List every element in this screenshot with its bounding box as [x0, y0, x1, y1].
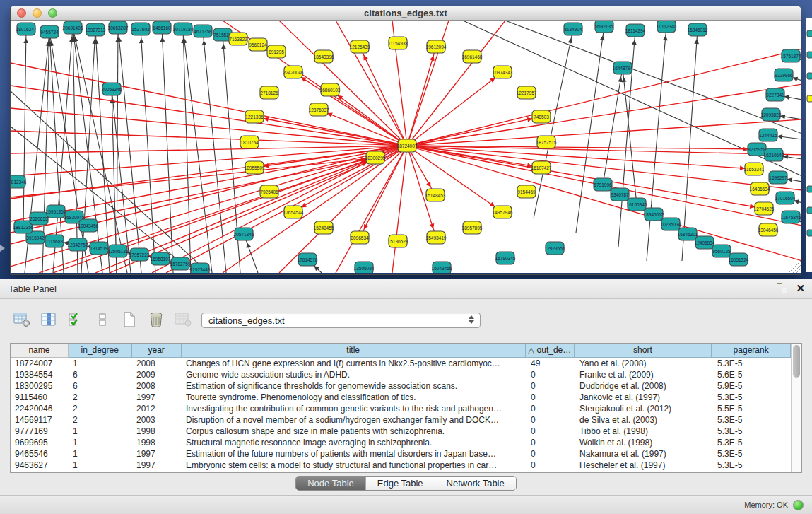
- citation-network-graph[interactable]: 1801624794557242069140610927313106532871…: [11, 21, 801, 273]
- table-vertical-scrollbar[interactable]: [791, 344, 801, 472]
- window-titlebar[interactable]: citations_edges.txt: [11, 6, 801, 21]
- table-cell[interactable]: 14569117: [11, 414, 69, 426]
- scrollbar-thumb[interactable]: [793, 345, 800, 378]
- table-cell[interactable]: Tourette syndrome. Phenomenology and cla…: [182, 392, 526, 403]
- minimize-button[interactable]: [33, 8, 42, 18]
- delete-attribute-icon[interactable]: [147, 310, 165, 329]
- table-cell[interactable]: 9699695: [11, 437, 69, 448]
- table-cell[interactable]: Jankovic et al. (1997): [575, 392, 713, 403]
- table-row[interactable]: 1456911722003Disruption of a novel membe…: [11, 414, 801, 426]
- table-cell[interactable]: 9777169: [11, 426, 69, 437]
- table-row[interactable]: 1938455462009Genome-wide association stu…: [11, 369, 801, 380]
- table-cell[interactable]: 0: [526, 448, 575, 460]
- select-rows-icon[interactable]: [66, 310, 85, 329]
- table-cell[interactable]: 2012: [132, 403, 182, 414]
- table-cell[interactable]: Tibbo et al. (1998): [575, 426, 713, 437]
- table-cell[interactable]: Nakamura et al. (1997): [575, 448, 713, 460]
- table-cell[interactable]: Embryonic stem cells: a model to study s…: [182, 460, 526, 471]
- tab-edge-table[interactable]: Edge Table: [366, 477, 435, 490]
- column-header-in_degree[interactable]: in_degree: [69, 344, 132, 358]
- table-cell[interactable]: 9115460: [11, 392, 69, 403]
- table-cell[interactable]: 2008: [132, 358, 182, 369]
- table-cell[interactable]: 5.3E-5: [713, 460, 792, 471]
- new-table-icon[interactable]: [120, 310, 139, 329]
- table-cell[interactable]: 0: [526, 369, 575, 380]
- memory-status-indicator[interactable]: [793, 500, 804, 510]
- column-header-year[interactable]: year: [132, 344, 182, 358]
- column-header-short[interactable]: short: [575, 344, 712, 358]
- table-cell[interactable]: 1998: [132, 437, 182, 448]
- table-row[interactable]: 2242004622012Investigating the contribut…: [11, 403, 801, 414]
- table-cell[interactable]: 0: [526, 437, 575, 448]
- table-cell[interactable]: 5.3E-5: [713, 392, 792, 403]
- row-height-icon[interactable]: [93, 310, 112, 329]
- table-cell[interactable]: 0: [526, 380, 575, 392]
- tab-network-table[interactable]: Network Table: [435, 477, 516, 490]
- table-cell[interactable]: Structural magnetic resonance image aver…: [182, 437, 526, 448]
- table-cell[interactable]: 5.5E-5: [713, 403, 792, 414]
- table-cell[interactable]: 2003: [132, 414, 182, 426]
- table-cell[interactable]: 0: [526, 392, 575, 403]
- zoom-button[interactable]: [48, 8, 57, 18]
- table-cell[interactable]: 1997: [132, 460, 182, 471]
- table-cell[interactable]: 1: [69, 426, 132, 437]
- table-row[interactable]: 911546021997Tourette syndrome. Phenomeno…: [11, 392, 801, 403]
- table-cell[interactable]: 5.3E-5: [713, 426, 792, 437]
- table-cell[interactable]: 2: [69, 403, 132, 414]
- table-cell[interactable]: 1: [69, 460, 132, 471]
- table-cell[interactable]: Estimation of significance thresholds fo…: [182, 380, 526, 392]
- table-cell[interactable]: 5.6E-5: [713, 369, 792, 380]
- table-cell[interactable]: 1: [69, 437, 132, 448]
- column-header-title[interactable]: title: [182, 344, 526, 358]
- table-cell[interactable]: 5.9E-5: [713, 380, 792, 392]
- table-cell[interactable]: Disruption of a novel member of a sodium…: [182, 414, 526, 426]
- table-cell[interactable]: 5.3E-5: [713, 437, 792, 448]
- table-cell[interactable]: 0: [526, 403, 575, 414]
- column-header-pagerank[interactable]: pagerank: [712, 344, 791, 358]
- show-columns-icon[interactable]: [40, 310, 58, 329]
- table-cell[interactable]: 6: [69, 369, 132, 380]
- table-cell[interactable]: Hescheler et al. (1997): [575, 460, 713, 471]
- float-panel-icon[interactable]: [777, 283, 787, 293]
- table-cell[interactable]: 5.3E-5: [713, 448, 792, 460]
- table-row[interactable]: 1830029562008Estimation of significance …: [11, 380, 801, 392]
- table-cell[interactable]: 1998: [132, 426, 182, 437]
- table-cell[interactable]: Dudbridge et al. (2008): [575, 380, 713, 392]
- table-cell[interactable]: 49: [526, 358, 575, 369]
- table-cell[interactable]: 0: [526, 414, 575, 426]
- table-cell[interactable]: Investigating the contribution of common…: [182, 403, 526, 414]
- table-row[interactable]: 969969511998Structural magnetic resonanc…: [11, 437, 801, 448]
- table-cell[interactable]: 1: [69, 358, 132, 369]
- table-cell[interactable]: Franke et al. (2009): [575, 369, 713, 380]
- table-selector-dropdown[interactable]: citations_edges.txt: [201, 313, 481, 328]
- table-cell[interactable]: Estimation of the future numbers of pati…: [182, 448, 526, 460]
- table-cell[interactable]: Genome-wide association studies in ADHD.: [182, 369, 526, 380]
- table-cell[interactable]: 0: [526, 460, 575, 471]
- table-cell[interactable]: 1: [69, 448, 132, 460]
- table-row[interactable]: 946362711997Embryonic stem cells: a mode…: [11, 460, 801, 471]
- table-cell[interactable]: 18300295: [11, 380, 69, 392]
- table-cell[interactable]: 2: [69, 392, 132, 403]
- table-cell[interactable]: de Silva et al. (2003): [575, 414, 713, 426]
- table-row[interactable]: 1872400712008Changes of HCN gene express…: [11, 358, 801, 369]
- table-cell[interactable]: 1997: [132, 392, 182, 403]
- table-cell[interactable]: Yano et al. (2008): [575, 358, 713, 369]
- table-cell[interactable]: 1997: [132, 448, 182, 460]
- tab-node-table[interactable]: Node Table: [296, 477, 366, 490]
- table-row[interactable]: 946554611997Estimation of the future num…: [11, 448, 801, 460]
- table-cell[interactable]: 0: [526, 426, 575, 437]
- table-cell[interactable]: 6: [69, 380, 132, 392]
- network-canvas[interactable]: 1801624794557242069140610927313106532871…: [11, 21, 801, 273]
- table-cell[interactable]: 22420046: [11, 403, 69, 414]
- table-cell[interactable]: 9463627: [11, 460, 69, 471]
- table-cell[interactable]: 5.3E-5: [713, 358, 792, 369]
- table-cell[interactable]: Stergiakouli et al. (2012): [575, 403, 713, 414]
- close-panel-icon[interactable]: ✕: [796, 283, 805, 293]
- table-cell[interactable]: 9465546: [11, 448, 69, 460]
- table-cell[interactable]: Wolkin et al. (1998): [575, 437, 713, 448]
- column-header-name[interactable]: name: [11, 344, 69, 358]
- table-row[interactable]: 977716911998Corpus callosum shape and si…: [11, 426, 801, 437]
- table-cell[interactable]: 2008: [132, 380, 182, 392]
- table-cell[interactable]: 18724007: [11, 358, 69, 369]
- table-cell[interactable]: Corpus callosum shape and size in male p…: [182, 426, 526, 437]
